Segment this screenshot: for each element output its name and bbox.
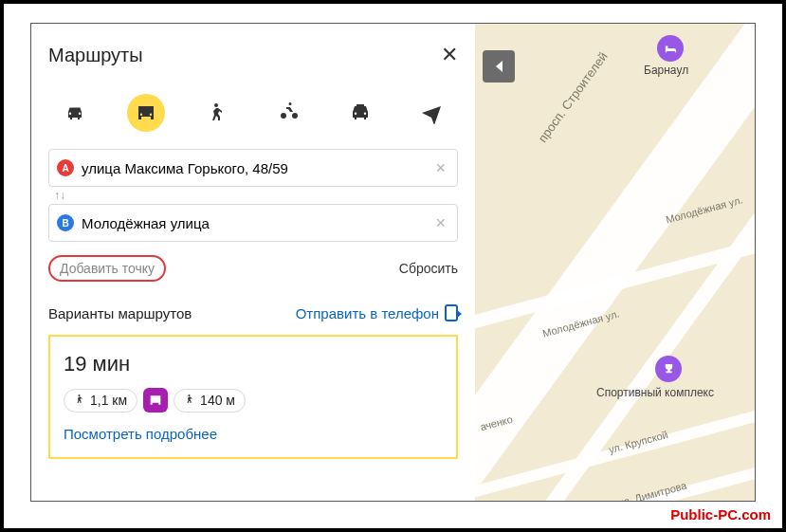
pin-a-icon: A (57, 159, 74, 176)
add-point-button[interactable]: Добавить точку (48, 255, 166, 282)
mode-bike[interactable] (270, 94, 308, 132)
point-a-input[interactable]: A × (48, 149, 458, 187)
poi-sport-label: Спортивный комплекс (596, 386, 714, 399)
reset-button[interactable]: Сбросить (399, 261, 458, 276)
mode-bus[interactable] (127, 94, 165, 132)
clear-to-icon[interactable]: × (431, 213, 449, 233)
from-field[interactable] (82, 150, 424, 186)
taxi-icon (349, 101, 372, 124)
route-result-card[interactable]: 19 мин 1,1 км 140 м Посмотреть подробнее (48, 335, 458, 459)
bed-icon (664, 42, 678, 56)
send-to-phone-button[interactable]: Отправить в телефон (296, 304, 458, 321)
step-bus (143, 388, 168, 413)
road-label-main: просп. Строителей (535, 49, 610, 145)
close-icon[interactable]: ✕ (441, 43, 458, 67)
walk-icon (206, 101, 228, 124)
walk-icon (184, 393, 195, 409)
result-steps: 1,1 км 140 м (64, 388, 443, 413)
step-walk-1: 1,1 км (64, 389, 137, 413)
mode-car[interactable] (56, 94, 94, 132)
walk-icon (74, 393, 85, 409)
panel-header: Маршруты ✕ (48, 43, 458, 67)
trophy-icon (662, 362, 676, 376)
poi-sport-icon[interactable] (655, 356, 682, 382)
routes-panel: Маршруты ✕ (31, 24, 475, 501)
route-options-label: Варианты маршрутов (48, 305, 192, 321)
pin-b-icon: B (57, 214, 74, 231)
app-frame: Маршруты ✕ (0, 0, 786, 532)
to-field[interactable] (82, 205, 424, 241)
panel-title: Маршруты (48, 45, 143, 66)
see-details-link[interactable]: Посмотреть подробнее (64, 426, 443, 442)
mode-taxi[interactable] (341, 94, 379, 132)
step-walk-2-dist: 140 м (200, 393, 235, 408)
poi-city-label: Барнаул (644, 64, 688, 77)
bus-icon (135, 101, 157, 124)
clear-from-icon[interactable]: × (431, 158, 449, 178)
route-inputs: A × ↑↓ B × (48, 149, 458, 242)
step-walk-2: 140 м (174, 389, 246, 413)
mode-plane[interactable] (412, 94, 450, 132)
poi-city-icon[interactable] (657, 35, 684, 62)
point-b-input[interactable]: B × (48, 204, 458, 242)
swap-icon[interactable]: ↑↓ (54, 189, 458, 202)
car-icon (64, 101, 86, 124)
plane-icon (420, 101, 443, 124)
bike-icon (278, 101, 301, 124)
send-to-phone-label: Отправить в телефон (296, 305, 439, 321)
app-inner: Маршруты ✕ (30, 23, 756, 502)
step-walk-1-dist: 1,1 км (90, 393, 127, 408)
watermark: Public-PC.com (670, 506, 771, 523)
result-time: 19 мин (64, 352, 443, 376)
bus-small-icon (148, 393, 163, 408)
transport-modes (48, 94, 458, 149)
map-canvas[interactable]: просп. Строителей Молодёжная ул. ул. Кру… (475, 24, 755, 501)
options-row: Варианты маршрутов Отправить в телефон (48, 295, 458, 335)
collapse-panel-button[interactable] (483, 50, 515, 83)
phone-icon (445, 304, 458, 321)
addpoint-row: Добавить точку Сбросить (48, 249, 458, 295)
mode-walk[interactable] (198, 94, 236, 132)
